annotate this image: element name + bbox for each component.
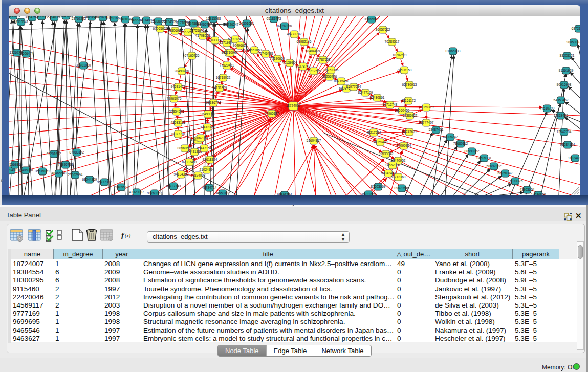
svg-text:36231665: 36231665 — [361, 192, 376, 195]
svg-text:78377701: 78377701 — [171, 132, 186, 136]
svg-text:77190659: 77190659 — [270, 57, 285, 60]
svg-text:02606474: 02606474 — [19, 52, 34, 55]
svg-text:58404499: 58404499 — [306, 49, 320, 53]
svg-text:09670546: 09670546 — [395, 186, 409, 190]
svg-text:47510799: 47510799 — [540, 106, 555, 110]
svg-text:23662994: 23662994 — [68, 173, 83, 177]
svg-text:48083136: 48083136 — [171, 121, 186, 124]
svg-text:48217594: 48217594 — [366, 130, 381, 134]
svg-text:90916998: 90916998 — [557, 83, 572, 86]
svg-text:93618324: 93618324 — [203, 158, 217, 161]
svg-text:87083172: 87083172 — [70, 150, 84, 154]
svg-text:72787558: 72787558 — [316, 58, 331, 61]
svg-text:f: f — [121, 231, 125, 239]
svg-text:90496631: 90496631 — [233, 43, 248, 47]
svg-text:18724007: 18724007 — [286, 104, 301, 107]
svg-text:18702621: 18702621 — [393, 53, 407, 57]
svg-text:40824008: 40824008 — [191, 173, 206, 177]
svg-text:14562328: 14562328 — [385, 163, 400, 167]
svg-text:91769367: 91769367 — [147, 191, 162, 195]
svg-text:68727743: 68727743 — [166, 184, 181, 188]
svg-text:48734714: 48734714 — [202, 186, 217, 189]
svg-text:42710947: 42710947 — [223, 51, 238, 54]
svg-text:83465787: 83465787 — [198, 23, 212, 26]
svg-text:36057662: 36057662 — [376, 28, 390, 31]
svg-text:05183473: 05183473 — [267, 17, 281, 20]
svg-text:31781080: 31781080 — [76, 63, 91, 67]
svg-text:91361939: 91361939 — [559, 69, 574, 72]
svg-text:13315098: 13315098 — [206, 17, 221, 20]
svg-text:58692322: 58692322 — [487, 164, 502, 168]
svg-text:40139904: 40139904 — [282, 61, 297, 64]
svg-text:14294019: 14294019 — [9, 168, 19, 172]
svg-text:93406088: 93406088 — [18, 168, 33, 172]
svg-text:33412328: 33412328 — [200, 125, 215, 129]
svg-text:53755646: 53755646 — [190, 29, 205, 32]
svg-text:21489513: 21489513 — [114, 185, 129, 189]
svg-text:39533942: 39533942 — [379, 152, 394, 156]
svg-text:86753396: 86753396 — [324, 68, 339, 72]
svg-text:87603669: 87603669 — [371, 185, 386, 188]
svg-text:63201632: 63201632 — [47, 152, 61, 156]
svg-text:80598262: 80598262 — [465, 149, 480, 153]
svg-text:94531473: 94531473 — [171, 85, 186, 89]
svg-text:04505331: 04505331 — [477, 156, 492, 160]
svg-text:54353462: 54353462 — [554, 98, 569, 102]
svg-text:63982146: 63982146 — [297, 40, 312, 43]
svg-text:39301031: 39301031 — [239, 21, 254, 25]
svg-text:58651850: 58651850 — [247, 48, 262, 52]
svg-text:53487401: 53487401 — [429, 128, 444, 132]
svg-text:65569816: 65569816 — [9, 163, 23, 166]
svg-text:88208121: 88208121 — [560, 54, 575, 57]
svg-text:13542784: 13542784 — [557, 130, 572, 134]
svg-text:16073375: 16073375 — [508, 179, 523, 183]
svg-text:68723430: 68723430 — [572, 27, 580, 30]
svg-text:58842474: 58842474 — [381, 171, 396, 175]
svg-text:94134352: 94134352 — [174, 172, 189, 176]
svg-text:34558122: 34558122 — [215, 191, 230, 195]
svg-text:51256746: 51256746 — [322, 75, 337, 78]
svg-text:78680112: 78680112 — [453, 142, 468, 145]
svg-text:65780913: 65780913 — [402, 83, 417, 86]
svg-text:64005242: 64005242 — [443, 135, 458, 139]
svg-text:78895798: 78895798 — [58, 163, 73, 166]
svg-text:11838425: 11838425 — [554, 114, 569, 117]
svg-text:21024994: 21024994 — [200, 168, 214, 171]
svg-text:96499091: 96499091 — [201, 112, 215, 116]
svg-text:74596158: 74596158 — [397, 68, 412, 72]
svg-text:32480861: 32480861 — [370, 96, 385, 99]
svg-text:16719022: 16719022 — [216, 76, 231, 79]
svg-text:94131869: 94131869 — [212, 86, 227, 90]
svg-text:96717565: 96717565 — [307, 69, 321, 73]
svg-text:14586850: 14586850 — [531, 193, 546, 195]
svg-text:64743671: 64743671 — [402, 130, 417, 134]
svg-text:60256342: 60256342 — [498, 171, 513, 175]
svg-text:59310341: 59310341 — [14, 20, 29, 24]
svg-text:52991241: 52991241 — [228, 37, 243, 41]
svg-text:82997376: 82997376 — [277, 24, 292, 28]
svg-text:40050455: 40050455 — [395, 108, 410, 112]
svg-text:11824493: 11824493 — [568, 156, 580, 160]
svg-text:51604817: 51604817 — [307, 139, 321, 142]
svg-text:51712368: 51712368 — [391, 175, 406, 179]
svg-text:95777387: 95777387 — [97, 180, 112, 184]
svg-text:64090974: 64090974 — [397, 144, 411, 147]
svg-text:67065627: 67065627 — [153, 27, 168, 30]
svg-text:80715451: 80715451 — [334, 79, 349, 83]
svg-text:12067974: 12067974 — [193, 136, 208, 140]
svg-text:43303654: 43303654 — [520, 188, 535, 191]
svg-text:01065133: 01065133 — [446, 49, 461, 53]
svg-text:79965075: 79965075 — [167, 97, 182, 100]
svg-text:28498776: 28498776 — [175, 69, 189, 73]
svg-text:43320037: 43320037 — [129, 190, 144, 194]
svg-text:27354549: 27354549 — [169, 110, 184, 113]
svg-text:85977034: 85977034 — [346, 85, 361, 89]
svg-text:82477109: 82477109 — [358, 91, 373, 94]
svg-text:98084124: 98084124 — [560, 143, 575, 146]
svg-text:68044369: 68044369 — [82, 178, 97, 181]
svg-text:99386774: 99386774 — [206, 101, 221, 104]
svg-text:03447134: 03447134 — [197, 146, 212, 150]
svg-text:43161172: 43161172 — [401, 99, 416, 102]
svg-text:(x): (x) — [125, 233, 131, 239]
svg-text:54965137: 54965137 — [265, 112, 279, 115]
